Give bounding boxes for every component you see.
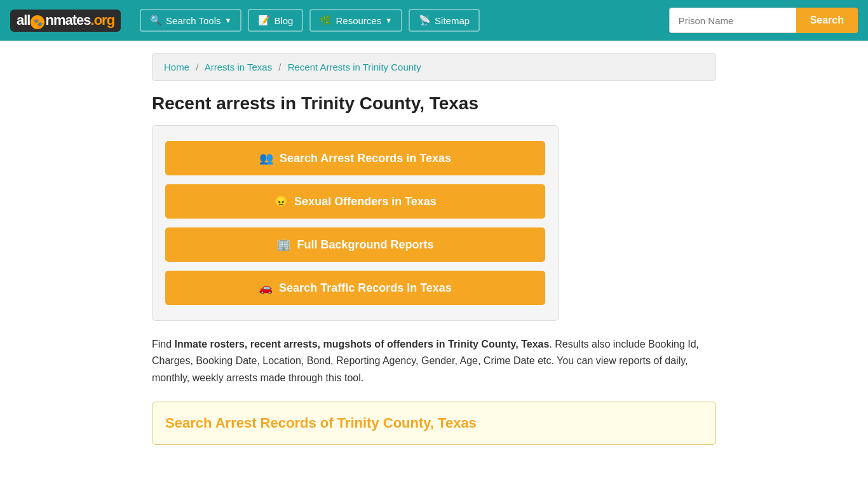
main-content: Home / Arrests in Texas / Recent Arrests… bbox=[142, 41, 726, 458]
breadcrumb: Home / Arrests in Texas / Recent Arrests… bbox=[152, 53, 716, 81]
background-reports-icon: 🏢 bbox=[276, 238, 290, 252]
search-tools-caret: ▼ bbox=[225, 17, 232, 24]
search-tools-button[interactable]: 🔍 Search Tools ▼ bbox=[140, 9, 241, 32]
sitemap-label: Sitemap bbox=[435, 15, 470, 26]
description-bold: Inmate rosters, recent arrests, mugshots… bbox=[175, 339, 550, 349]
blog-button[interactable]: 📝 Blog bbox=[248, 9, 303, 32]
navbar: all🐾nmates.org 🔍 Search Tools ▼ 📝 Blog 🌿… bbox=[0, 0, 868, 41]
search-section: Search Arrest Records of Trinity County,… bbox=[152, 402, 716, 445]
breadcrumb-arrests-texas[interactable]: Arrests in Texas bbox=[205, 62, 272, 72]
resources-label: Resources bbox=[336, 15, 381, 26]
resources-caret: ▼ bbox=[385, 17, 392, 24]
breadcrumb-sep-2: / bbox=[278, 62, 281, 72]
sexual-offenders-icon: 😠 bbox=[274, 194, 288, 208]
navbar-search-box: Search bbox=[669, 8, 858, 33]
action-card: 👥 Search Arrest Records in Texas 😠 Sexua… bbox=[152, 125, 559, 321]
background-reports-button[interactable]: 🏢 Full Background Reports bbox=[165, 227, 545, 262]
resources-button[interactable]: 🌿 Resources ▼ bbox=[309, 9, 402, 32]
prison-name-input[interactable] bbox=[669, 8, 796, 33]
blog-icon: 📝 bbox=[258, 15, 270, 26]
sexual-offenders-button[interactable]: 😠 Sexual Offenders in Texas bbox=[165, 184, 545, 219]
blog-label: Blog bbox=[274, 15, 293, 26]
breadcrumb-current: Recent Arrests in Trinity County bbox=[288, 62, 421, 72]
sitemap-button[interactable]: 📡 Sitemap bbox=[409, 9, 480, 32]
navbar-search-button[interactable]: Search bbox=[796, 8, 858, 33]
sexual-offenders-label: Sexual Offenders in Texas bbox=[294, 195, 437, 208]
arrest-records-button[interactable]: 👥 Search Arrest Records in Texas bbox=[165, 141, 545, 175]
arrest-records-icon: 👥 bbox=[259, 151, 273, 165]
logo-text: all🐾nmates.org bbox=[17, 12, 114, 29]
sitemap-icon: 📡 bbox=[419, 15, 431, 26]
search-tools-icon: 🔍 bbox=[150, 15, 162, 26]
search-section-title: Search Arrest Records of Trinity County,… bbox=[165, 415, 703, 431]
traffic-records-button[interactable]: 🚗 Search Traffic Records In Texas bbox=[165, 271, 545, 305]
breadcrumb-sep-1: / bbox=[196, 62, 198, 72]
description-prefix: Find bbox=[152, 339, 175, 349]
traffic-records-label: Search Traffic Records In Texas bbox=[279, 281, 452, 295]
resources-icon: 🌿 bbox=[320, 15, 332, 26]
site-logo[interactable]: all🐾nmates.org bbox=[10, 10, 121, 32]
breadcrumb-home[interactable]: Home bbox=[164, 62, 189, 72]
search-tools-label: Search Tools bbox=[166, 15, 220, 26]
background-reports-label: Full Background Reports bbox=[297, 238, 433, 252]
description-text: Find Inmate rosters, recent arrests, mug… bbox=[152, 336, 716, 386]
navbar-search-label: Search bbox=[810, 15, 844, 25]
page-title: Recent arrests in Trinity County, Texas bbox=[152, 93, 716, 114]
traffic-records-icon: 🚗 bbox=[259, 281, 273, 295]
arrest-records-label: Search Arrest Records in Texas bbox=[280, 152, 451, 165]
